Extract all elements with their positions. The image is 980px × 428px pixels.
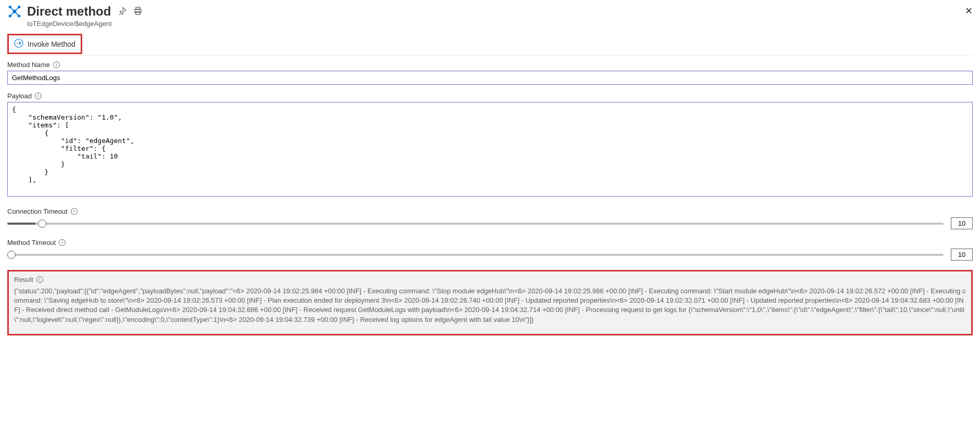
method-timeout-label: Method Timeout: [7, 239, 56, 247]
toolbar: Invoke Method: [7, 34, 973, 56]
svg-rect-7: [136, 11, 140, 15]
result-content: {"status":200,"payload":[{"id":"edgeAgen…: [14, 287, 966, 325]
info-icon[interactable]: i: [53, 61, 60, 68]
method-name-label-row: Method Name i: [7, 61, 973, 69]
payload-textarea[interactable]: [7, 102, 973, 197]
result-label: Result: [14, 276, 33, 283]
direct-method-icon: [7, 4, 22, 20]
close-icon[interactable]: ✕: [965, 5, 973, 17]
connection-timeout-value[interactable]: [951, 217, 973, 229]
connection-timeout-slider[interactable]: [7, 223, 944, 225]
print-icon[interactable]: [134, 7, 142, 17]
info-icon[interactable]: i: [71, 208, 78, 215]
method-timeout-value[interactable]: [951, 249, 973, 261]
method-name-label: Method Name: [7, 61, 50, 69]
payload-label-row: Payload i: [7, 92, 973, 100]
invoke-method-button[interactable]: Invoke Method: [7, 34, 82, 54]
result-panel: Result i {"status":200,"payload":[{"id":…: [7, 270, 973, 335]
invoke-arrow-icon: [14, 38, 23, 49]
invoke-method-label: Invoke Method: [28, 40, 75, 48]
page-title: Direct method: [27, 4, 111, 19]
method-timeout-label-row: Method Timeout i: [7, 239, 973, 247]
payload-label: Payload: [7, 92, 32, 100]
connection-timeout-label: Connection Timeout: [7, 207, 68, 215]
info-icon[interactable]: i: [59, 239, 66, 246]
pin-icon[interactable]: [118, 7, 126, 17]
method-name-input[interactable]: [7, 71, 973, 85]
svg-rect-5: [136, 7, 140, 9]
page-header: Direct method IoTEdgeDevice/$edgeAgent ✕: [7, 4, 973, 28]
info-icon[interactable]: i: [36, 276, 43, 283]
method-timeout-slider[interactable]: [7, 254, 944, 256]
info-icon[interactable]: i: [35, 93, 42, 99]
breadcrumb: IoTEdgeDevice/$edgeAgent: [27, 20, 142, 28]
connection-timeout-label-row: Connection Timeout i: [7, 207, 973, 215]
